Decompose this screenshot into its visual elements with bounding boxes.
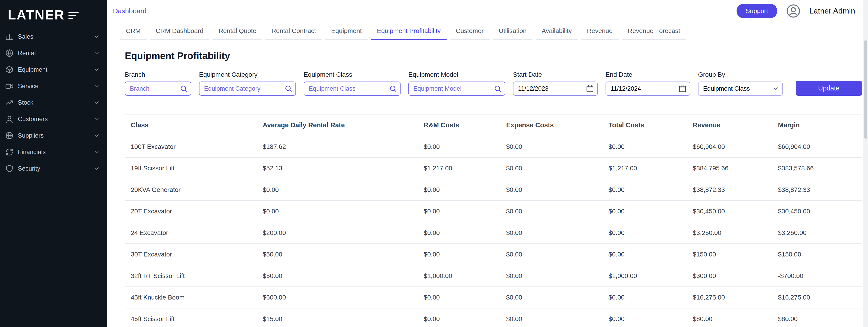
chevron-down-icon[interactable] (93, 33, 100, 40)
breadcrumb-dashboard-link[interactable]: Dashboard (113, 7, 147, 15)
chevron-down-icon[interactable] (93, 83, 100, 90)
row-class-cell: 32ft RT Scissor Lift (125, 265, 257, 287)
row-value-cell: $60,904.00 (772, 136, 862, 157)
top-bar: Dashboard Support Latner Admin (107, 0, 868, 22)
tabs: CRMCRM DashboardRental QuoteRental Contr… (107, 22, 868, 40)
row-value-cell: $1,000.00 (602, 265, 687, 287)
sidebar-item-sales[interactable]: Sales (0, 28, 107, 45)
chevron-down-icon[interactable] (93, 116, 100, 123)
tab-revenue[interactable]: Revenue (581, 22, 619, 40)
search-icon[interactable] (389, 85, 397, 93)
equipment-model-input[interactable] (408, 81, 505, 96)
chevron-down-icon[interactable] (93, 149, 100, 156)
row-value-cell: $16,275.00 (772, 287, 862, 308)
chevron-down-icon[interactable] (93, 66, 100, 73)
sidebar-item-label: Sales (18, 33, 93, 40)
trending-up-icon (5, 98, 14, 107)
sidebar-item-equipment[interactable]: Equipment (0, 61, 107, 78)
table-header-row: Class Average Daily Rental Rate R&M Cost… (125, 115, 862, 136)
chevron-down-icon[interactable] (93, 50, 100, 57)
logo-lines-decoration (68, 12, 79, 19)
sidebar-item-label: Customers (18, 116, 93, 123)
tab-rental-contract[interactable]: Rental Contract (266, 22, 322, 40)
sidebar-item-service[interactable]: Service (0, 78, 107, 94)
table-row: 20KVA Generator$0.00$0.00$0.00$0.00$38,8… (125, 179, 862, 201)
tab-utilisation[interactable]: Utilisation (493, 22, 532, 40)
sidebar-item-financials[interactable]: Financials (0, 144, 107, 160)
table-row: 24 Excavator$200.00$0.00$0.00$0.00$3,250… (125, 222, 862, 244)
tab-crm[interactable]: CRM (120, 22, 147, 40)
equipment-class-label: Equipment Class (304, 71, 401, 78)
row-value-cell: $187.62 (257, 136, 418, 157)
group-by-select[interactable]: Equipment Class (698, 81, 783, 96)
tab-rental-quote[interactable]: Rental Quote (213, 22, 262, 40)
filter-branch: Branch (125, 71, 191, 96)
calendar-icon[interactable] (678, 85, 687, 93)
row-value-cell: $0.00 (602, 136, 687, 157)
row-value-cell: $80.00 (687, 308, 772, 327)
table-body: 100T Excavator$187.62$0.00$0.00$0.00$60,… (125, 136, 862, 327)
search-icon[interactable] (284, 85, 292, 93)
user-name: Latner Admin (809, 6, 855, 15)
main-area: Dashboard Support Latner Admin CRMCRM Da… (107, 0, 868, 327)
chevron-down-icon[interactable] (93, 165, 100, 172)
sidebar-item-label: Stock (18, 99, 93, 106)
page-title: Equipment Profitability (125, 51, 862, 61)
search-icon[interactable] (180, 85, 188, 93)
row-value-cell: $383,578.66 (772, 158, 862, 179)
row-value-cell: $0.00 (257, 179, 418, 200)
logo-text: LATNER (8, 8, 65, 22)
user-avatar-icon[interactable] (786, 4, 801, 18)
row-value-cell: $0.00 (418, 136, 500, 157)
app-root: LATNER Sales Rental Equipment Service St… (0, 0, 868, 327)
video-camera-icon (5, 82, 14, 91)
row-value-cell: $0.00 (500, 265, 602, 287)
tab-availability[interactable]: Availability (536, 22, 578, 40)
start-date-input[interactable] (513, 81, 598, 96)
row-value-cell: $1,217.00 (418, 158, 500, 179)
equipment-category-input[interactable] (199, 81, 296, 96)
sidebar-item-security[interactable]: Security (0, 160, 107, 177)
filters-row: Branch Equipment Category Equipment Clas… (125, 71, 862, 96)
row-value-cell: $0.00 (500, 287, 602, 308)
equipment-model-label: Equipment Model (408, 71, 505, 78)
tab-customer[interactable]: Customer (450, 22, 489, 40)
tab-equipment[interactable]: Equipment (325, 22, 368, 40)
sidebar-item-customers[interactable]: Customers (0, 111, 107, 127)
row-value-cell: $30,450.00 (772, 201, 862, 222)
row-class-cell: 30T Excavator (125, 244, 257, 265)
row-value-cell: $60,904.00 (687, 136, 772, 157)
search-icon[interactable] (494, 85, 502, 93)
row-value-cell: $0.00 (500, 201, 602, 222)
equipment-class-input[interactable] (304, 81, 401, 96)
group-by-value: Equipment Class (703, 85, 750, 92)
chevron-down-icon[interactable] (93, 132, 100, 139)
refresh-icon (5, 148, 14, 156)
sidebar-item-suppliers[interactable]: Suppliers (0, 127, 107, 144)
column-header: Total Costs (602, 115, 687, 136)
sidebar-item-stock[interactable]: Stock (0, 94, 107, 111)
row-value-cell: $200.00 (257, 222, 418, 243)
end-date-input[interactable] (606, 81, 690, 96)
row-value-cell: $50.00 (257, 265, 418, 287)
calendar-icon[interactable] (586, 85, 594, 93)
update-button[interactable]: Update (796, 80, 862, 96)
row-class-cell: 20KVA Generator (125, 179, 257, 200)
column-header: Expense Costs (500, 115, 602, 136)
row-value-cell: $80.00 (772, 308, 862, 327)
bar-chart-icon (5, 32, 14, 41)
table-row: 19ft Scissor Lift$52.13$1,217.00$0.00$1,… (125, 158, 862, 179)
row-value-cell: $38,872.33 (772, 179, 862, 200)
row-value-cell: $150.00 (772, 244, 862, 265)
chevron-down-icon[interactable] (93, 99, 100, 106)
scrollbar-thumb[interactable] (864, 40, 867, 139)
tab-crm-dashboard[interactable]: CRM Dashboard (150, 22, 210, 40)
tab-revenue-forecast[interactable]: Revenue Forecast (622, 22, 686, 40)
sidebar-item-label: Security (18, 165, 93, 172)
tab-equipment-profitability[interactable]: Equipment Profitability (371, 22, 447, 40)
filter-equipment-class: Equipment Class (304, 71, 401, 96)
sidebar-item-rental[interactable]: Rental (0, 45, 107, 61)
sidebar-item-label: Service (18, 83, 93, 90)
support-button[interactable]: Support (737, 4, 777, 18)
row-value-cell: $1,217.00 (602, 158, 687, 179)
